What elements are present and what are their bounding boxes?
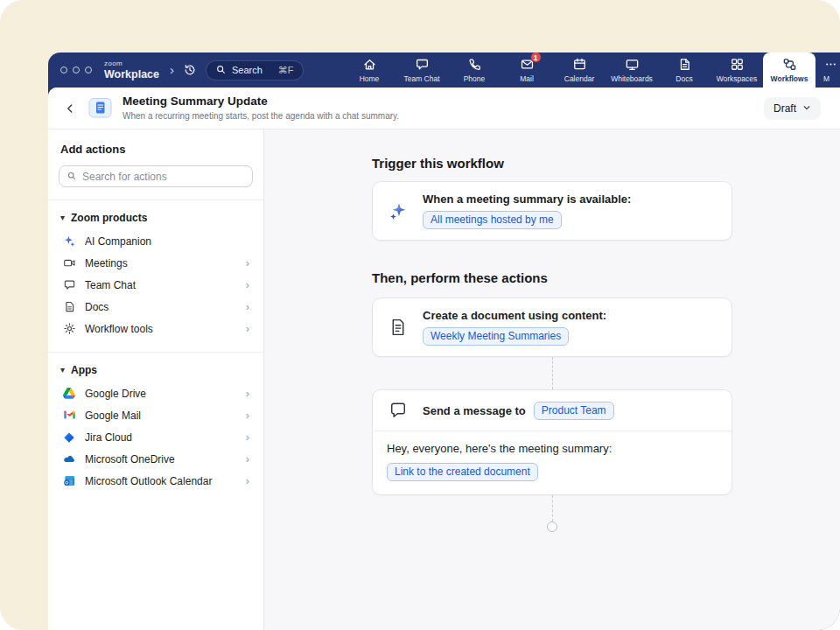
- window-control-dot[interactable]: [60, 66, 67, 74]
- trigger-text: When a meeting summary is available:: [423, 192, 631, 206]
- send-message-card[interactable]: Send a message to Product Team Hey, ever…: [372, 389, 732, 495]
- nav-tab-more[interactable]: M: [816, 52, 840, 88]
- message-body-text: Hey, everyone, here's the meeting summar…: [387, 442, 718, 455]
- nav-tab-label: Whiteboards: [611, 74, 653, 83]
- workflow-thumbnail-icon: [88, 97, 112, 119]
- chat-bubble-icon: [387, 401, 410, 420]
- sidebar-item-google-mail[interactable]: Google Mail ›: [59, 404, 253, 426]
- recipient-chip[interactable]: Product Team: [534, 402, 614, 420]
- divider: [48, 352, 263, 353]
- sidebar-item-team-chat[interactable]: Team Chat ›: [59, 274, 253, 296]
- app-window: zoom Workplace › Search ⌘F: [48, 52, 840, 630]
- nav-tab-label: Workflows: [771, 74, 808, 83]
- nav-tab-workspaces[interactable]: Workspaces: [710, 52, 763, 88]
- nav-expand-chevron-icon[interactable]: ›: [170, 62, 174, 77]
- sidebar-item-jira-cloud[interactable]: Jira Cloud ›: [59, 426, 253, 448]
- send-message-text: Send a message to: [423, 404, 526, 417]
- workflow-header: Meeting Summary Update When a recurring …: [48, 88, 840, 130]
- nav-tab-label: Home: [360, 74, 380, 83]
- flow-connector: [552, 495, 553, 522]
- chevron-right-icon: ›: [246, 409, 249, 422]
- workflow-title: Meeting Summary Update: [122, 94, 399, 108]
- sidebar-item-label: Microsoft Outlook Calendar: [85, 475, 212, 487]
- add-step-node[interactable]: [547, 522, 557, 532]
- chevron-right-icon: ›: [246, 300, 249, 313]
- divider: [48, 200, 263, 200]
- nav-tab-phone[interactable]: Phone: [448, 52, 500, 88]
- workflow-subtitle: When a recurring meeting starts, post th…: [122, 111, 399, 122]
- team-chat-icon: [415, 57, 430, 72]
- actions-heading: Then, perform these actions: [372, 270, 732, 285]
- sidebar-search-input[interactable]: [82, 171, 245, 183]
- nav-tab-whiteboards[interactable]: Whiteboards: [606, 52, 658, 88]
- status-dropdown[interactable]: Draft: [764, 97, 821, 120]
- sidebar-item-meetings[interactable]: Meetings ›: [59, 252, 253, 274]
- sidebar-item-workflow-tools[interactable]: Workflow tools ›: [59, 318, 253, 340]
- team-chat-icon: [62, 278, 76, 292]
- top-navbar: zoom Workplace › Search ⌘F: [48, 52, 840, 88]
- trigger-scope-chip[interactable]: All meetings hosted by me: [423, 211, 562, 229]
- sidebar-item-docs[interactable]: Docs ›: [59, 296, 253, 318]
- trigger-card[interactable]: When a meeting summary is available: All…: [372, 181, 732, 241]
- chevron-right-icon: ›: [246, 256, 249, 270]
- caret-down-icon: ▾: [60, 366, 65, 374]
- chevron-right-icon: ›: [246, 387, 249, 400]
- section-label: Zoom products: [71, 212, 147, 224]
- chevron-right-icon: ›: [246, 322, 249, 335]
- workflow-canvas: Trigger this workflow When a meeting sum…: [264, 130, 840, 630]
- create-document-card[interactable]: Create a document using content: Weekly …: [372, 298, 732, 357]
- nav-tab-label: M: [823, 74, 830, 83]
- nav-tab-home[interactable]: Home: [343, 52, 396, 88]
- nav-tab-mail[interactable]: 1 Mail: [500, 52, 553, 88]
- caret-down-icon: ▾: [60, 214, 65, 222]
- window-controls: [60, 66, 92, 74]
- section-label: Apps: [71, 364, 97, 376]
- chevron-right-icon: ›: [246, 474, 249, 487]
- window-control-dot[interactable]: [73, 66, 80, 74]
- sidebar-item-microsoft-onedrive[interactable]: Microsoft OneDrive ›: [59, 448, 253, 470]
- document-content-chip[interactable]: Weekly Meeting Summaries: [423, 327, 569, 346]
- nav-tab-team-chat[interactable]: Team Chat: [396, 52, 448, 88]
- sidebar-item-label: Microsoft OneDrive: [85, 453, 175, 466]
- google-drive-icon: [62, 387, 76, 401]
- back-button[interactable]: [64, 102, 76, 115]
- actions-search[interactable]: [59, 165, 253, 187]
- phone-icon: [467, 57, 482, 72]
- chevron-right-icon: ›: [246, 430, 249, 444]
- ai-companion-icon: [62, 234, 76, 248]
- sidebar-item-microsoft-outlook-calendar[interactable]: Microsoft Outlook Calendar ›: [59, 470, 253, 492]
- zoom-workplace-logo: zoom Workplace: [104, 60, 159, 80]
- mail-icon: 1: [520, 57, 535, 72]
- nav-tab-label: Calendar: [564, 74, 595, 83]
- workspaces-icon: [730, 57, 745, 72]
- history-icon[interactable]: [183, 63, 197, 77]
- nav-tab-calendar[interactable]: Calendar: [553, 52, 606, 88]
- nav-tab-label: Team Chat: [403, 74, 439, 83]
- calendar-icon: [572, 57, 587, 72]
- section-zoom-products[interactable]: ▾ Zoom products: [60, 212, 251, 224]
- nav-tab-workflows[interactable]: Workflows: [763, 52, 816, 88]
- logo-zoom-text: zoom: [104, 60, 159, 67]
- sidebar-item-label: Workflow tools: [85, 323, 153, 335]
- more-icon: [823, 57, 838, 72]
- window-control-dot[interactable]: [85, 66, 92, 74]
- document-link-chip[interactable]: Link to the created document: [387, 463, 538, 481]
- chevron-down-icon: [802, 102, 811, 115]
- sidebar-item-ai-companion[interactable]: AI Companion: [59, 230, 253, 252]
- create-document-text: Create a document using content:: [423, 309, 606, 322]
- sidebar-item-label: Docs: [85, 301, 108, 313]
- page-background: zoom Workplace › Search ⌘F: [0, 0, 840, 630]
- search-icon: [215, 64, 227, 77]
- nav-tab-label: Mail: [520, 74, 534, 83]
- section-apps[interactable]: ▾ Apps: [60, 364, 251, 376]
- nav-tab-docs[interactable]: Docs: [658, 52, 710, 88]
- search-icon: [66, 169, 77, 185]
- outlook-calendar-icon: [62, 474, 76, 488]
- gear-icon: [62, 322, 76, 336]
- global-search[interactable]: Search ⌘F: [206, 60, 304, 80]
- sidebar-item-google-drive[interactable]: Google Drive ›: [59, 382, 253, 404]
- sidebar-item-label: Google Drive: [85, 388, 146, 400]
- nav-tab-label: Workspaces: [717, 74, 758, 83]
- docs-icon: [677, 57, 692, 72]
- docs-icon: [62, 300, 76, 314]
